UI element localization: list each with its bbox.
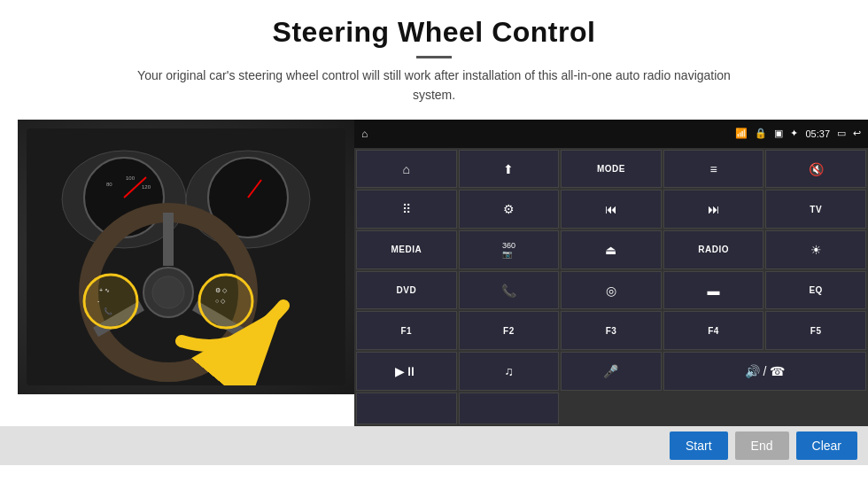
- mute-icon: 🔇: [809, 162, 824, 176]
- grid-cell-dvd[interactable]: DVD: [356, 271, 457, 310]
- grid-cell-home[interactable]: ⌂: [356, 150, 457, 189]
- grid-cell-music[interactable]: ♫: [459, 352, 560, 391]
- media-label: MEDIA: [391, 245, 422, 254]
- grid-cell-tv[interactable]: TV: [765, 190, 866, 229]
- next-icon: ⏭: [708, 202, 720, 216]
- svg-point-16: [84, 275, 137, 328]
- android-panel: ⌂ 📶 🔒 ▣ ✦ 05:37 ▭ ↩ ⌂: [354, 120, 868, 426]
- playpause-icon: ▶⏸: [395, 364, 417, 378]
- grid-cell-phone[interactable]: 📞: [459, 271, 560, 310]
- android-grid: ⌂ ⬆ MODE ≡ 🔇 ⠿ ⚙: [354, 148, 868, 426]
- grid-cell-eject[interactable]: ⏏: [561, 230, 662, 269]
- statusbar-left: ⌂: [361, 128, 368, 140]
- time-display: 05:37: [805, 128, 830, 139]
- lock-icon: 🔒: [755, 128, 767, 139]
- subtitle-text: Your original car's steering wheel contr…: [124, 66, 744, 105]
- back-icon: ↩: [853, 128, 861, 139]
- brightness-icon: ☀: [810, 243, 822, 257]
- grid-cell-f4[interactable]: F4: [663, 311, 764, 350]
- grid-cell-empty2: [459, 393, 560, 424]
- grid-cell-vol-call[interactable]: 🔊 / ☎: [663, 352, 866, 391]
- grid-cell-next[interactable]: ⏭: [663, 190, 764, 229]
- svg-text:○ ◇: ○ ◇: [215, 298, 226, 304]
- home-icon: ⌂: [361, 128, 368, 140]
- screen-icon: ▭: [837, 128, 846, 139]
- grid-cell-playpause[interactable]: ▶⏸: [356, 352, 457, 391]
- list-icon: ≡: [710, 162, 717, 176]
- vol-call-icon: 🔊 / ☎: [745, 364, 786, 378]
- grid-cell-list[interactable]: ≡: [663, 150, 764, 189]
- tv-label: TV: [810, 205, 822, 214]
- f2-label: F2: [503, 326, 515, 336]
- steering-wheel-image: 80 100 120: [18, 120, 354, 394]
- mode-label: MODE: [597, 164, 625, 174]
- svg-point-17: [199, 275, 252, 328]
- mic-icon: 🎤: [603, 364, 618, 378]
- eject-icon: ⏏: [605, 243, 616, 257]
- grid-cell-empty1: [356, 393, 457, 424]
- start-button[interactable]: Start: [670, 431, 728, 460]
- header-section: Steering Wheel Control Your original car…: [0, 0, 868, 111]
- cam-icon: 360📷: [502, 241, 515, 259]
- svg-text:📞: 📞: [104, 307, 112, 315]
- f5-label: F5: [810, 326, 822, 336]
- grid-cell-f1[interactable]: F1: [356, 311, 457, 350]
- grid-cell-prev[interactable]: ⏮: [561, 190, 662, 229]
- end-button[interactable]: End: [735, 431, 789, 460]
- svg-text:100: 100: [126, 175, 136, 181]
- wifi-icon: 📶: [735, 128, 748, 139]
- radio-label: RADIO: [698, 245, 729, 254]
- bluetooth-icon: ✦: [790, 128, 798, 139]
- grid-cell-f3[interactable]: F3: [561, 311, 662, 350]
- grid-cell-apps[interactable]: ⠿: [356, 190, 457, 229]
- grid-cell-media[interactable]: MEDIA: [356, 230, 457, 269]
- grid-cell-radio[interactable]: RADIO: [663, 230, 764, 269]
- page-title: Steering Wheel Control: [53, 16, 815, 49]
- f3-label: F3: [606, 326, 617, 336]
- grid-cell-f2[interactable]: F2: [459, 311, 560, 350]
- grid-cell-eq[interactable]: EQ: [765, 271, 866, 310]
- grid-cell-mode[interactable]: MODE: [561, 150, 662, 189]
- f4-label: F4: [708, 326, 719, 336]
- eq-label: EQ: [809, 285, 822, 295]
- grid-cell-navi[interactable]: ◎: [561, 271, 662, 310]
- nav-icon: ⬆: [503, 162, 514, 176]
- grid-cell-settings[interactable]: ⚙: [459, 190, 560, 229]
- title-divider: [416, 56, 452, 58]
- svg-text:80: 80: [106, 182, 112, 187]
- svg-text:+ ∿: + ∿: [99, 287, 110, 293]
- navi-icon: ◎: [606, 284, 616, 298]
- prev-icon: ⏮: [605, 202, 617, 216]
- apps-icon: ⠿: [402, 202, 411, 216]
- content-row: 80 100 120: [0, 120, 868, 426]
- svg-text:120: 120: [142, 184, 151, 190]
- page-container: Steering Wheel Control Your original car…: [0, 0, 868, 482]
- phone-icon: 📞: [501, 284, 516, 298]
- grid-cell-brightness[interactable]: ☀: [765, 230, 866, 269]
- rect-icon: ▬: [708, 284, 720, 298]
- grid-cell-mute[interactable]: 🔇: [765, 150, 866, 189]
- grid-cell-f5[interactable]: F5: [765, 311, 866, 350]
- grid-cell-cam[interactable]: 360📷: [459, 230, 560, 269]
- bottom-bar: Start End Clear: [0, 426, 868, 465]
- sd-icon: ▣: [774, 128, 783, 139]
- clear-button[interactable]: Clear: [796, 431, 857, 460]
- home-btn-icon: ⌂: [403, 162, 410, 176]
- settings-icon: ⚙: [503, 202, 515, 216]
- dvd-label: DVD: [396, 285, 416, 295]
- f1-label: F1: [400, 326, 412, 336]
- music-icon: ♫: [504, 364, 514, 378]
- android-statusbar: ⌂ 📶 🔒 ▣ ✦ 05:37 ▭ ↩: [354, 120, 868, 148]
- statusbar-right: 📶 🔒 ▣ ✦ 05:37 ▭ ↩: [735, 128, 861, 139]
- grid-cell-nav[interactable]: ⬆: [459, 150, 560, 189]
- steering-wheel-svg: 80 100 120: [27, 128, 345, 385]
- svg-point-15: [152, 276, 184, 308]
- svg-text:⚙ ◇: ⚙ ◇: [215, 287, 228, 293]
- grid-cell-rect[interactable]: ▬: [663, 271, 764, 310]
- steering-wheel-bg: 80 100 120: [18, 120, 354, 394]
- grid-cell-mic[interactable]: 🎤: [561, 352, 662, 391]
